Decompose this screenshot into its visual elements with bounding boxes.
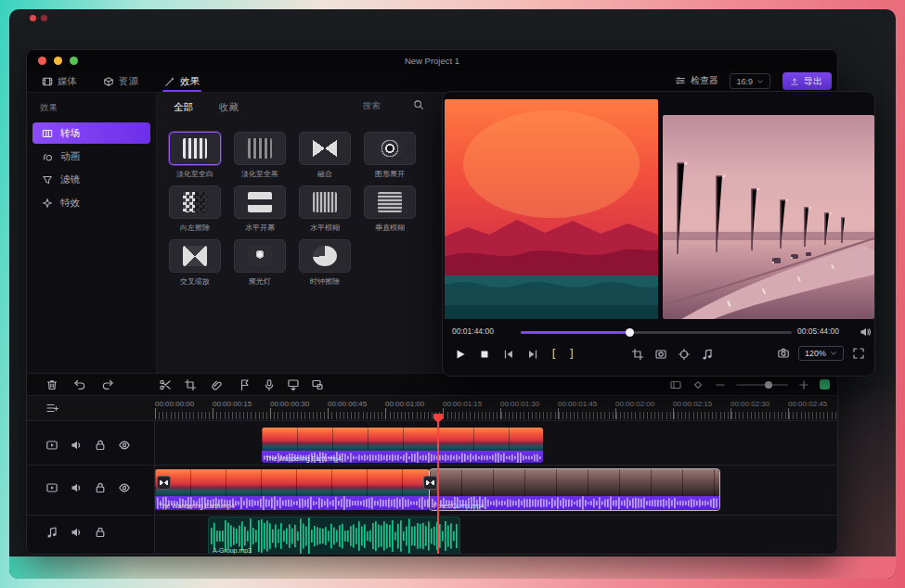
mask-icon[interactable] <box>654 348 667 361</box>
lock-track-icon[interactable] <box>94 439 107 452</box>
mute-track-icon[interactable] <box>70 481 83 494</box>
timeline-clip-video-2b[interactable]: ForestGump.mp4 <box>430 469 719 510</box>
undo-icon[interactable] <box>73 378 86 391</box>
sidebar-item-filters[interactable]: 滤镜 <box>32 169 150 190</box>
transition-bowtie-icon <box>160 479 168 487</box>
zoom-in-icon[interactable] <box>797 378 810 391</box>
fullscreen-icon[interactable] <box>852 347 865 360</box>
search-icon <box>413 99 424 110</box>
transition-badge[interactable] <box>157 476 171 490</box>
fade-black-icon <box>248 138 272 159</box>
fit-timeline-icon[interactable] <box>669 378 682 391</box>
horizontal-open-icon <box>248 192 272 212</box>
transition-tile[interactable]: 融合 <box>299 132 351 179</box>
keyframe-icon[interactable] <box>692 378 705 391</box>
redo-icon[interactable] <box>101 378 114 391</box>
crop-preview-icon[interactable] <box>631 348 644 361</box>
aspect-ratio-dropdown[interactable]: 16:9 <box>730 73 770 89</box>
clip-audio-strip: The Wandering Earth.mp4 <box>155 496 430 510</box>
crop-icon[interactable] <box>184 378 197 391</box>
timeline-clip-video-2a[interactable]: The Wandering Earth.mp4 <box>155 469 430 510</box>
browser-tabs: 全部 收藏 <box>174 101 239 114</box>
marker-icon[interactable] <box>239 378 252 391</box>
transition-tile[interactable]: 向左擦除 <box>169 185 221 233</box>
hide-track-icon[interactable] <box>118 439 131 452</box>
clip-thumbnails <box>430 469 719 496</box>
next-frame-button[interactable] <box>526 348 539 361</box>
highway-photo <box>663 115 874 319</box>
seek-bar[interactable] <box>521 331 792 334</box>
stop-button[interactable] <box>478 348 491 361</box>
transition-badge[interactable] <box>423 476 437 490</box>
sidebar-header: 效果 <box>27 93 156 121</box>
tab-effects[interactable]: 效果 <box>162 70 201 92</box>
sidebar-item-transitions[interactable]: 转场 <box>32 122 150 144</box>
browser-tab-favorites[interactable]: 收藏 <box>219 101 239 114</box>
seek-bar-knob[interactable] <box>626 328 634 337</box>
timeline-clip-video-1[interactable]: The Wandering Earth.mp4 <box>262 428 543 463</box>
export-frame-icon[interactable] <box>287 378 300 391</box>
fade-white-icon <box>183 138 207 159</box>
timeline-zoom-slider[interactable] <box>736 384 788 386</box>
lock-track-icon[interactable] <box>94 481 107 494</box>
hide-track-icon[interactable] <box>118 481 131 494</box>
preview-zoom-dropdown[interactable]: 120% <box>798 346 844 361</box>
mute-track-icon[interactable] <box>70 439 83 452</box>
mark-out-button[interactable]: ] <box>568 348 575 361</box>
chroma-key-icon[interactable] <box>678 348 691 361</box>
transition-tile[interactable]: 水平开幕 <box>234 185 286 233</box>
zoom-out-icon[interactable] <box>714 378 727 391</box>
wipe-left-icon <box>183 192 207 212</box>
vertical-blur-icon <box>378 192 402 212</box>
transition-tile[interactable]: 水平模糊 <box>299 185 351 233</box>
trash-icon[interactable] <box>45 378 58 391</box>
sidebar-item-fx[interactable]: 特效 <box>32 192 150 213</box>
pip-icon[interactable] <box>311 378 324 391</box>
mark-in-button[interactable]: [ <box>550 348 557 361</box>
tab-resources[interactable]: 资源 <box>101 70 140 92</box>
motion-icon <box>42 151 53 162</box>
main-tab-bar: 媒体 资源 效果 检查器 16:9 <box>27 70 837 93</box>
box-icon <box>103 76 114 87</box>
snapshot-camera-icon[interactable] <box>777 347 790 360</box>
timeline-clip-audio[interactable]: A-Group.mp3 <box>208 517 460 554</box>
current-timecode: 00:01:44:00 <box>452 326 494 336</box>
clip-audio-strip: ForestGump.mp4 <box>430 496 719 510</box>
link-icon[interactable] <box>209 378 222 391</box>
transition-tile[interactable]: 图形展开 <box>364 132 416 179</box>
inspector-toggle[interactable]: 检查器 <box>675 74 718 87</box>
audio-track-icon <box>45 526 58 539</box>
mute-track-icon[interactable] <box>70 526 83 539</box>
previous-frame-button[interactable] <box>502 348 515 361</box>
tab-media[interactable]: 媒体 <box>40 70 79 92</box>
browser-tab-all[interactable]: 全部 <box>174 101 193 114</box>
ruler-major-ticks <box>155 408 837 419</box>
volume-icon[interactable] <box>859 326 872 339</box>
split-scissors-icon[interactable] <box>159 378 172 391</box>
zoom-slider-knob[interactable] <box>765 381 772 389</box>
chevron-down-icon <box>756 78 764 85</box>
transition-tile[interactable]: 垂直模糊 <box>364 185 416 233</box>
transition-tile[interactable]: 淡化至全黑 <box>234 132 286 179</box>
clock-wipe-icon <box>313 246 337 266</box>
manage-tracks-icon[interactable] <box>45 402 58 415</box>
playhead[interactable] <box>437 414 439 554</box>
transition-tile[interactable]: 聚光灯 <box>234 239 286 287</box>
shape-expand-icon <box>378 138 402 159</box>
transition-tile[interactable]: 时钟擦除 <box>299 239 351 287</box>
record-voiceover-icon[interactable] <box>263 378 276 391</box>
transition-icon <box>42 128 53 139</box>
transition-tile[interactable]: 交叉缩放 <box>169 239 221 287</box>
export-button[interactable]: 导出 <box>782 72 832 90</box>
lock-track-icon[interactable] <box>94 526 107 539</box>
cross-zoom-icon <box>183 246 207 266</box>
sidebar-item-animation[interactable]: 动画 <box>32 146 150 167</box>
audio-detach-icon[interactable] <box>701 348 714 361</box>
horizontal-blur-icon <box>313 192 337 212</box>
timeline-ruler[interactable]: 00:00:00:00 00:00:00:15 00:00:00:30 00:0… <box>27 396 837 421</box>
magic-wand-icon <box>164 76 175 87</box>
play-button[interactable] <box>454 348 467 361</box>
transition-tile[interactable]: 淡化至全白 <box>169 132 221 179</box>
effects-sidebar: 效果 转场 动画 滤镜 特效 <box>27 93 157 373</box>
search-input[interactable] <box>363 100 407 110</box>
